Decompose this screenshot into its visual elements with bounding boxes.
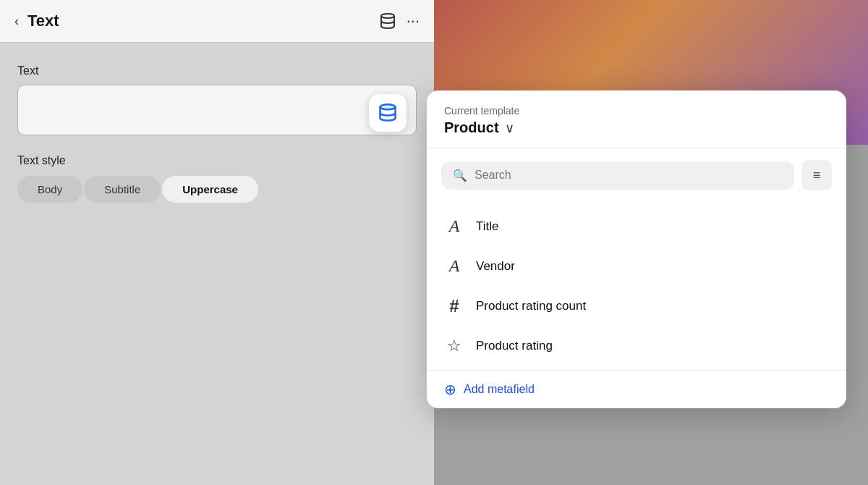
template-name-row: Product ∨ <box>444 119 829 136</box>
title-label: Title <box>476 219 499 234</box>
dropdown-panel: Current template Product ∨ 🔍 ≡ A Title A… <box>427 90 846 408</box>
search-box: 🔍 <box>441 161 794 190</box>
style-body-button[interactable]: Body <box>17 176 82 203</box>
database-float-icon <box>378 103 398 123</box>
style-uppercase-button[interactable]: Uppercase <box>162 176 258 203</box>
more-icon: ··· <box>407 12 420 30</box>
style-label: Text style <box>17 154 417 167</box>
list-item-title[interactable]: A Title <box>427 206 846 246</box>
search-icon: 🔍 <box>453 169 467 182</box>
left-content: Text Text style Body Subtitle Uppercase <box>0 43 434 224</box>
list-item-product-rating[interactable]: ☆ Product rating <box>427 326 846 366</box>
list-item-vendor[interactable]: A Vendor <box>427 246 846 286</box>
style-buttons: Body Subtitle Uppercase <box>17 176 417 203</box>
back-button[interactable]: ‹ <box>14 14 19 29</box>
template-name: Product <box>444 119 499 136</box>
vendor-type-icon: A <box>444 256 464 276</box>
left-panel: ‹ Text ··· Text Text style Body Subtitle… <box>0 0 434 485</box>
product-rating-count-label: Product rating count <box>476 299 586 313</box>
dropdown-list: A Title A Vendor # Product rating count … <box>427 202 846 370</box>
chevron-down-icon: ∨ <box>505 120 514 136</box>
product-rating-label: Product rating <box>476 339 553 353</box>
filter-icon: ≡ <box>813 168 821 183</box>
text-field-label: Text <box>17 64 417 77</box>
database-header-icon <box>379 12 396 30</box>
svg-point-1 <box>380 104 396 109</box>
text-input[interactable] <box>17 85 417 135</box>
filter-button[interactable]: ≡ <box>801 160 832 190</box>
left-header: ‹ Text ··· <box>0 0 434 43</box>
header-icons: ··· <box>379 12 420 30</box>
more-options-button[interactable]: ··· <box>407 12 420 30</box>
dropdown-footer: ⊕ Add metafield <box>427 370 846 408</box>
back-icon: ‹ <box>14 14 19 29</box>
dropdown-header: Current template Product ∨ <box>427 90 846 148</box>
database-header-button[interactable] <box>379 12 396 30</box>
list-item-product-rating-count[interactable]: # Product rating count <box>427 286 846 326</box>
search-row: 🔍 ≡ <box>427 148 846 202</box>
hash-icon: # <box>444 296 464 316</box>
add-metafield-label: Add metafield <box>464 383 535 396</box>
current-template-label: Current template <box>444 105 829 117</box>
vendor-label: Vendor <box>476 259 515 274</box>
star-icon: ☆ <box>444 337 464 355</box>
add-metafield-button[interactable]: ⊕ Add metafield <box>444 381 535 398</box>
add-icon: ⊕ <box>444 381 456 398</box>
style-subtitle-button[interactable]: Subtitle <box>84 176 161 203</box>
title-type-icon: A <box>444 216 464 236</box>
page-title: Text <box>27 12 370 30</box>
database-float-button[interactable] <box>369 94 407 132</box>
search-input[interactable] <box>475 169 783 182</box>
svg-point-0 <box>381 14 394 18</box>
